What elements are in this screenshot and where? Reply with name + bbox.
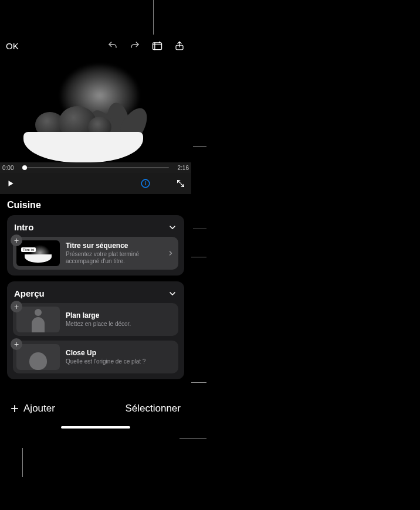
top-toolbar: OK [0,35,191,57]
add-label: Ajouter [23,403,55,414]
shot-description: Présentez votre plat terminé accompagné … [66,251,161,266]
callout-line [193,229,206,229]
time-start: 0:00 [2,165,19,171]
section-header[interactable]: Aperçu [13,286,178,303]
share-icon[interactable] [174,40,185,52]
redo-icon[interactable] [129,40,141,52]
video-viewer[interactable] [0,57,191,162]
chevron-right-icon[interactable] [167,250,175,257]
shot-item[interactable]: + Titre ici Titre sur séquence Présentez… [13,237,178,270]
shot-thumbnail [16,344,60,370]
shot-description: Mettez en place le décor. [66,321,175,328]
callout-line [22,448,23,477]
project-title: Cuisine [0,194,191,215]
shot-thumbnail: Titre ici [16,240,60,266]
sections-list[interactable]: Intro + Titre ici Titre sur séquence Pré… [0,215,191,394]
play-icon[interactable] [5,178,16,189]
add-button[interactable]: + Ajouter [11,402,55,416]
section-title: Aperçu [14,288,45,298]
svg-text:i: i [145,181,147,186]
undo-icon[interactable] [107,40,118,52]
ok-button[interactable]: OK [6,41,19,51]
viewer-bowl-graphic [23,132,143,162]
svg-rect-0 [153,43,162,50]
info-icon[interactable]: i [140,178,151,189]
shot-thumbnail [16,307,60,332]
thumbnail-tag: Titre ici [21,247,36,252]
shot-description: Quelle est l'origine de ce plat ? [66,358,175,366]
plus-icon[interactable]: + [11,234,22,246]
bottom-toolbar: + Ajouter Sélectionner [0,394,191,423]
select-button[interactable]: Sélectionner [125,403,181,414]
shot-title: Close Up [66,349,175,357]
plus-icon[interactable]: + [11,301,22,312]
phone-frame: OK [0,35,191,431]
shot-title: Plan large [66,311,175,319]
plus-icon: + [11,402,19,416]
home-indicator [0,423,191,431]
chevron-down-icon[interactable] [168,289,177,298]
callout-line [153,0,154,36]
section-intro: Intro + Titre ici Titre sur séquence Pré… [7,215,184,276]
callout-line [193,146,206,147]
shot-item[interactable]: + Plan large Mettez en place le décor. [13,303,178,336]
scrubber[interactable]: 0:00 2:16 [0,162,191,173]
player-controls: i [0,173,191,194]
callout-line [179,438,206,439]
section-apercu: Aperçu + Plan large Mettez en place le d… [7,281,184,379]
scrubber-thumb[interactable] [22,165,27,170]
section-header[interactable]: Intro [13,220,178,237]
scrubber-track[interactable] [22,167,169,168]
time-end: 2:16 [172,165,189,171]
plus-icon[interactable]: + [11,338,22,350]
chevron-down-icon[interactable] [168,223,177,232]
shot-title: Titre sur séquence [66,242,161,250]
section-title: Intro [14,222,33,232]
shot-item[interactable]: + Close Up Quelle est l'origine de ce pl… [13,341,178,373]
storyboard-icon[interactable] [151,40,163,52]
fullscreen-icon[interactable] [175,178,187,189]
